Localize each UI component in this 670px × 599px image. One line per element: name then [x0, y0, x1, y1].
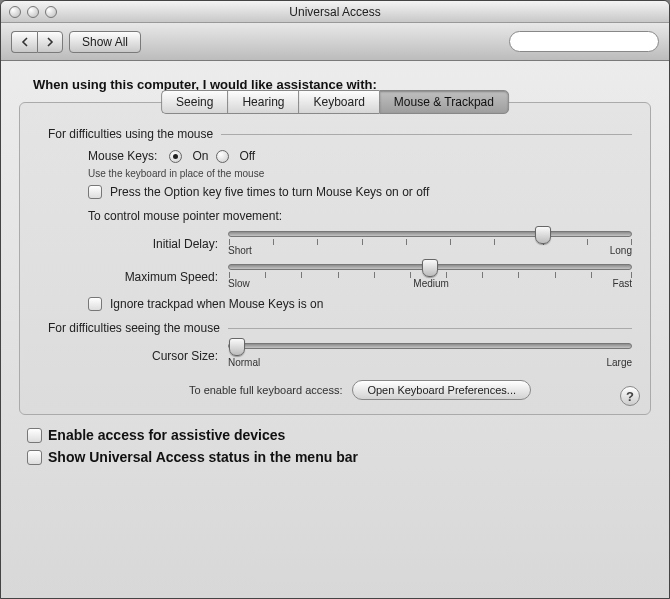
initial-delay-max: Long — [610, 245, 632, 256]
zoom-icon[interactable] — [45, 6, 57, 18]
toolbar: Show All — [1, 23, 669, 61]
section-using-label: For difficulties using the mouse — [48, 127, 213, 141]
tab-panel: Seeing Hearing Keyboard Mouse & Trackpad… — [19, 102, 651, 415]
chevron-right-icon — [45, 37, 55, 47]
menubar-row: Show Universal Access status in the menu… — [27, 449, 651, 465]
window-title: Universal Access — [1, 5, 669, 19]
max-speed-label: Maximum Speed: — [88, 270, 218, 284]
tab-mouse-trackpad[interactable]: Mouse & Trackpad — [379, 90, 509, 114]
assistive-label: Enable access for assistive devices — [48, 427, 285, 443]
mouse-keys-label: Mouse Keys: — [88, 149, 157, 163]
mouse-keys-row: Mouse Keys: On Off — [88, 149, 632, 163]
initial-delay-caps: Short Long — [228, 245, 632, 256]
back-button[interactable] — [11, 31, 37, 53]
tab-hearing[interactable]: Hearing — [227, 90, 298, 114]
menubar-label: Show Universal Access status in the menu… — [48, 449, 358, 465]
option-five-label: Press the Option key five times to turn … — [110, 185, 429, 199]
content: When using this computer, I would like a… — [1, 61, 669, 483]
tab-keyboard[interactable]: Keyboard — [298, 90, 378, 114]
mouse-keys-off-radio[interactable] — [216, 150, 229, 163]
initial-delay-slider-wrap: Short Long — [228, 231, 632, 256]
cursor-size-max: Large — [606, 357, 632, 368]
search-input[interactable] — [509, 31, 659, 52]
seeing-mouse-group: Cursor Size: Normal Large To enable full… — [88, 343, 632, 400]
tab-seeing[interactable]: Seeing — [161, 90, 227, 114]
initial-delay-min: Short — [228, 245, 252, 256]
option-five-checkbox[interactable] — [88, 185, 102, 199]
max-speed-row: Maximum Speed: Slow Medium Fast — [88, 264, 632, 289]
cursor-size-slider-wrap: Normal Large — [228, 343, 632, 368]
max-speed-min: Slow — [228, 278, 250, 289]
menubar-checkbox[interactable] — [27, 450, 42, 465]
initial-delay-slider[interactable] — [228, 231, 632, 237]
initial-delay-knob[interactable] — [535, 226, 551, 244]
keyboard-access-row: To enable full keyboard access: Open Key… — [88, 380, 632, 400]
control-heading: To control mouse pointer movement: — [88, 209, 632, 223]
cursor-size-knob[interactable] — [229, 338, 245, 356]
max-speed-max: Fast — [613, 278, 632, 289]
max-speed-slider-wrap: Slow Medium Fast — [228, 264, 632, 289]
option-five-row: Press the Option key five times to turn … — [88, 185, 632, 199]
mouse-keys-on-label: On — [192, 149, 208, 163]
minimize-icon[interactable] — [27, 6, 39, 18]
assistive-checkbox[interactable] — [27, 428, 42, 443]
assistive-row: Enable access for assistive devices — [27, 427, 651, 443]
cursor-size-caps: Normal Large — [228, 357, 632, 368]
mouse-keys-on-radio[interactable] — [169, 150, 182, 163]
forward-button[interactable] — [37, 31, 63, 53]
mouse-keys-off-label: Off — [239, 149, 255, 163]
mouse-keys-hint: Use the keyboard in place of the mouse — [88, 168, 632, 179]
ignore-trackpad-label: Ignore trackpad when Mouse Keys is on — [110, 297, 323, 311]
initial-delay-row: Initial Delay: Short Long — [88, 231, 632, 256]
max-speed-mid: Medium — [413, 278, 449, 289]
prefs-window: Universal Access Show All When using thi… — [0, 0, 670, 599]
ignore-trackpad-checkbox[interactable] — [88, 297, 102, 311]
max-speed-slider[interactable] — [228, 264, 632, 270]
footer: Enable access for assistive devices Show… — [27, 427, 651, 465]
titlebar: Universal Access — [1, 1, 669, 23]
max-speed-caps: Slow Medium Fast — [228, 278, 632, 289]
open-keyboard-prefs-button[interactable]: Open Keyboard Preferences... — [352, 380, 531, 400]
divider — [228, 328, 632, 329]
divider — [221, 134, 632, 135]
initial-delay-label: Initial Delay: — [88, 237, 218, 251]
tabs: Seeing Hearing Keyboard Mouse & Trackpad — [161, 90, 509, 114]
cursor-size-label: Cursor Size: — [88, 349, 218, 363]
cursor-size-slider[interactable] — [228, 343, 632, 349]
cursor-size-min: Normal — [228, 357, 260, 368]
section-seeing-label: For difficulties seeing the mouse — [48, 321, 220, 335]
chevron-left-icon — [20, 37, 30, 47]
window-controls — [9, 6, 57, 18]
nav-group — [11, 31, 63, 53]
cursor-size-row: Cursor Size: Normal Large — [88, 343, 632, 368]
section-seeing-mouse: For difficulties seeing the mouse — [48, 321, 632, 335]
section-using-mouse: For difficulties using the mouse — [48, 127, 632, 141]
ignore-trackpad-row: Ignore trackpad when Mouse Keys is on — [88, 297, 632, 311]
help-button[interactable]: ? — [620, 386, 640, 406]
close-icon[interactable] — [9, 6, 21, 18]
show-all-button[interactable]: Show All — [69, 31, 141, 53]
keyboard-access-label: To enable full keyboard access: — [189, 384, 342, 396]
using-mouse-group: Mouse Keys: On Off Use the keyboard in p… — [88, 149, 632, 311]
max-speed-knob[interactable] — [422, 259, 438, 277]
